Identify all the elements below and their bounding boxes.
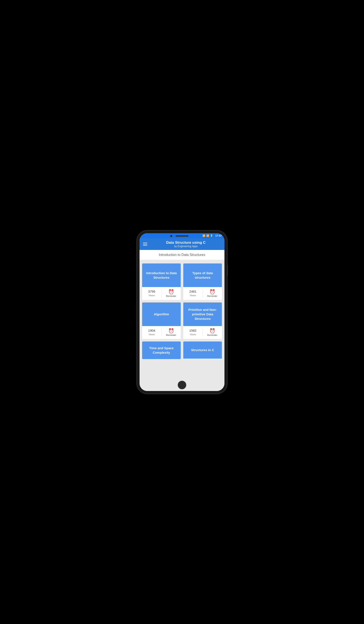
app-bar: Data Structure using C by Engineering Ap… bbox=[140, 238, 224, 250]
phone-camera bbox=[170, 235, 172, 237]
card-meta-intro-ds: 3795 Views ⏰ Reminder bbox=[142, 287, 181, 300]
card-label-structures-c: Structures in C bbox=[191, 348, 214, 352]
card-views-primitive-ds: 1582 Views bbox=[183, 328, 203, 337]
card-types-ds: Types of data structures 2481 Views ⏰ Re… bbox=[183, 263, 222, 300]
card-structures-c: Structures in C bbox=[183, 341, 222, 359]
signal-icon: 📶 bbox=[206, 234, 209, 237]
clock-icon-algorithm: ⏰ bbox=[168, 329, 174, 333]
clock-icon-primitive-ds: ⏰ bbox=[209, 329, 215, 333]
card-row-2: Algorithm 1904 Views ⏰ Reminder bbox=[142, 302, 222, 339]
card-meta-primitive-ds: 1582 Views ⏰ Reminder bbox=[183, 326, 222, 339]
wifi-icon: 📶 bbox=[202, 234, 205, 237]
status-time: 17:57 bbox=[215, 234, 222, 237]
card-tile-time-space[interactable]: Time and Space Complexity bbox=[142, 341, 181, 359]
card-tile-types-ds[interactable]: Types of data structures bbox=[183, 263, 222, 287]
hamburger-line-3 bbox=[143, 245, 147, 246]
views-label-types-ds: Views bbox=[190, 294, 196, 297]
card-views-algorithm: 1904 Views bbox=[142, 328, 161, 337]
views-label-intro-ds: Views bbox=[149, 294, 155, 297]
reminder-label-primitive-ds: Reminder bbox=[207, 334, 217, 336]
card-tile-primitive-ds[interactable]: Primitive and Non-primitive Data Structu… bbox=[183, 302, 222, 326]
card-label-algorithm: Algorithm bbox=[154, 312, 169, 316]
card-tile-algorithm[interactable]: Algorithm bbox=[142, 302, 181, 326]
reminder-label-types-ds: Reminder bbox=[207, 295, 217, 297]
card-views-types-ds: 2481 Views bbox=[183, 289, 203, 298]
views-label-algorithm: Views bbox=[149, 333, 155, 336]
content-area: Introduction to Data Structures 3795 Vie… bbox=[140, 260, 224, 391]
card-reminder-intro-ds[interactable]: ⏰ Reminder bbox=[162, 289, 181, 298]
home-button[interactable] bbox=[178, 381, 186, 389]
card-row-3: Time and Space Complexity Structures in … bbox=[142, 341, 222, 359]
card-time-space: Time and Space Complexity bbox=[142, 341, 181, 359]
reminder-label-algorithm: Reminder bbox=[166, 334, 176, 336]
card-reminder-algorithm[interactable]: ⏰ Reminder bbox=[162, 328, 181, 337]
page-title: Introduction to Data Structures bbox=[159, 253, 205, 257]
side-button bbox=[227, 265, 228, 276]
phone-speaker bbox=[176, 235, 188, 237]
phone-frame: 📶 📶 🔋 17:57 Data Structure using C by En… bbox=[137, 231, 227, 393]
app-subtitle: by Engineering Apps bbox=[151, 245, 221, 248]
card-row-1: Introduction to Data Structures 3795 Vie… bbox=[142, 263, 222, 300]
hamburger-line-1 bbox=[143, 243, 147, 243]
views-label-primitive-ds: Views bbox=[190, 333, 196, 336]
card-reminder-primitive-ds[interactable]: ⏰ Reminder bbox=[203, 328, 222, 337]
card-reminder-types-ds[interactable]: ⏰ Reminder bbox=[203, 289, 222, 298]
reminder-label-intro-ds: Reminder bbox=[166, 295, 176, 297]
clock-icon-types-ds: ⏰ bbox=[209, 290, 215, 294]
app-title: Data Structure using C bbox=[151, 240, 221, 245]
page-title-bar: Introduction to Data Structures bbox=[140, 250, 224, 260]
card-label-intro-ds: Introduction to Data Structures bbox=[145, 271, 178, 280]
card-meta-types-ds: 2481 Views ⏰ Reminder bbox=[183, 287, 222, 300]
card-tile-intro-ds[interactable]: Introduction to Data Structures bbox=[142, 263, 181, 287]
views-count-types-ds: 2481 bbox=[185, 290, 201, 293]
card-meta-algorithm: 1904 Views ⏰ Reminder bbox=[142, 326, 181, 339]
card-algorithm: Algorithm 1904 Views ⏰ Reminder bbox=[142, 302, 181, 339]
views-count-primitive-ds: 1582 bbox=[185, 329, 201, 332]
phone-screen: 📶 📶 🔋 17:57 Data Structure using C by En… bbox=[140, 233, 224, 391]
card-primitive-ds: Primitive and Non-primitive Data Structu… bbox=[183, 302, 222, 339]
card-views-intro-ds: 3795 Views bbox=[142, 289, 161, 298]
card-tile-structures-c[interactable]: Structures in C bbox=[183, 341, 222, 359]
hamburger-menu[interactable] bbox=[143, 243, 147, 246]
card-label-time-space: Time and Space Complexity bbox=[145, 346, 178, 355]
battery-icon: 🔋 bbox=[210, 234, 213, 237]
card-intro-ds: Introduction to Data Structures 3795 Vie… bbox=[142, 263, 181, 300]
card-label-primitive-ds: Primitive and Non-primitive Data Structu… bbox=[186, 307, 219, 321]
card-label-types-ds: Types of data structures bbox=[186, 271, 219, 280]
status-icons: 📶 📶 🔋 bbox=[202, 234, 213, 237]
views-count-algorithm: 1904 bbox=[144, 329, 160, 332]
hamburger-line-2 bbox=[143, 244, 147, 244]
app-bar-title-block: Data Structure using C by Engineering Ap… bbox=[151, 240, 221, 248]
views-count-intro-ds: 3795 bbox=[144, 290, 160, 293]
clock-icon-intro-ds: ⏰ bbox=[168, 290, 174, 294]
